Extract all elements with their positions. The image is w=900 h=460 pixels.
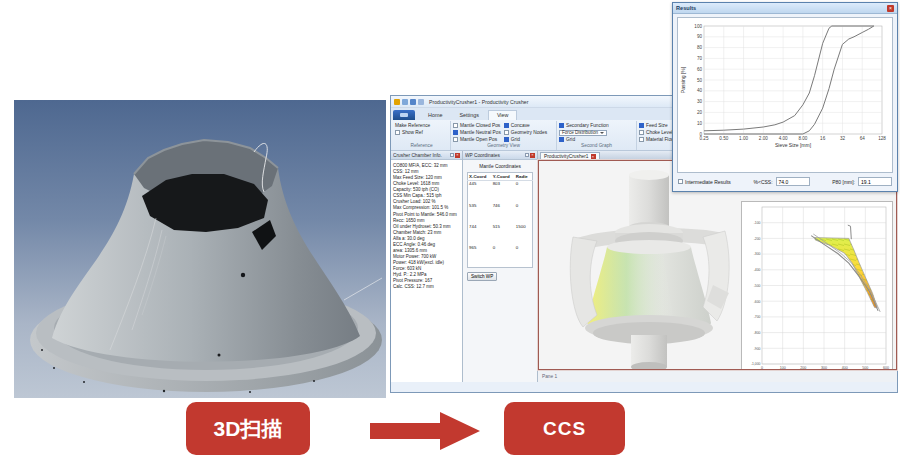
checkbox-icon <box>559 123 564 128</box>
quick-access-icon[interactable] <box>418 99 424 105</box>
mantle-coordinates-table: X-CoordY-CoordRadie 44580305357460744515… <box>467 172 533 268</box>
ribbon-item-concave[interactable]: Concave <box>504 122 547 129</box>
document-tab[interactable]: ProductivityCrusher1 × <box>540 152 600 160</box>
ribbon-item-label: Material Flow <box>646 137 675 142</box>
ribbon-item-geometry-nodes[interactable]: Geometry Nodes <box>504 129 547 136</box>
p80-label: P80 [mm]: <box>832 179 855 185</box>
checkbox-icon <box>504 130 509 135</box>
svg-text:4.00: 4.00 <box>779 136 788 141</box>
table-row[interactable]: 4458030 <box>468 181 533 204</box>
checkbox-icon <box>639 130 644 135</box>
chamber-chart: 0100200300400500600[mm]-100-200-300-400-… <box>742 202 892 370</box>
column-header: X-Coord <box>468 173 492 181</box>
panel-title: Crusher Chamber Info. <box>393 153 449 158</box>
status-bar: Pane 1 <box>538 370 897 382</box>
table-cell: 445 <box>468 181 492 204</box>
table-cell: 0 <box>515 245 533 268</box>
ribbon-item-show-ref[interactable]: Show Ref <box>395 129 430 136</box>
file-menu-button[interactable] <box>393 110 415 120</box>
ribbon-item-mantle-closed-pos[interactable]: Mantle Closed Pos <box>453 122 501 129</box>
svg-text:1.00: 1.00 <box>739 136 748 141</box>
ribbon-item-make-reference[interactable]: Make Reference <box>395 122 430 129</box>
pin-icon[interactable] <box>525 153 529 157</box>
flow-step-ccs[interactable]: CCS <box>504 402 625 455</box>
table-row[interactable]: 5357460 <box>468 203 533 224</box>
tab-settings[interactable]: Settings <box>451 111 486 120</box>
svg-text:100: 100 <box>780 366 786 370</box>
chamber-chart-panel: 0100200300400500600[mm]-100-200-300-400-… <box>741 201 893 370</box>
tab-home[interactable]: Home <box>420 111 450 120</box>
svg-text:500: 500 <box>862 366 868 370</box>
p80-value-field[interactable]: 19.1 <box>858 177 892 186</box>
svg-text:300: 300 <box>821 366 827 370</box>
table-cell: 746 <box>492 203 515 224</box>
svg-text:32: 32 <box>840 136 846 141</box>
close-icon[interactable]: × <box>591 154 596 159</box>
svg-text:-200: -200 <box>754 237 761 241</box>
ribbon-item-label: Mantle Closed Pos <box>460 123 500 128</box>
ribbon-items: Secondary FunctionForce DistributionGrid <box>559 122 634 143</box>
quick-access-icon[interactable] <box>410 99 416 105</box>
pin-icon[interactable] <box>450 153 454 157</box>
ribbon-item-grid[interactable]: Grid <box>559 136 609 143</box>
css-value-field[interactable]: 74.0 <box>776 177 810 186</box>
svg-text:600: 600 <box>883 366 889 370</box>
svg-text:200: 200 <box>800 366 806 370</box>
app-icon <box>394 99 400 105</box>
svg-text:-300: -300 <box>754 252 761 256</box>
svg-text:-800: -800 <box>754 331 761 335</box>
ribbon-item-secondary-function[interactable]: Secondary Function <box>559 122 609 129</box>
close-icon[interactable]: × <box>530 153 535 158</box>
checkbox-icon <box>453 123 458 128</box>
ribbon-item-grid[interactable]: Grid <box>504 136 547 143</box>
svg-text:128: 128 <box>878 136 886 141</box>
info-lines: CO800 MF/A, ECC: 32 mmCSS: 12 mmMax Feed… <box>391 160 462 382</box>
css-label: %<CSS: <box>754 179 773 185</box>
close-icon[interactable]: × <box>887 5 894 12</box>
table-row[interactable]: 96500 <box>468 245 533 268</box>
table-cell: 0 <box>515 181 533 204</box>
results-titlebar[interactable]: Results × <box>673 3 897 14</box>
ribbon-group-label: Geometry View <box>453 143 554 150</box>
crusher-3d-render <box>553 167 753 370</box>
dropdown-force-distribution[interactable]: Force Distribution <box>559 130 607 136</box>
ribbon-items: Mantle Closed PosMantle Neutral PosMantl… <box>453 122 554 143</box>
column-header: Y-Coord <box>492 173 515 181</box>
results-chart: 01020304050607080901000.250.501.002.004.… <box>678 18 892 168</box>
flow-step-3d-scan[interactable]: 3D扫描 <box>186 402 310 455</box>
ribbon-item-material-flow[interactable]: Material Flow <box>639 136 675 143</box>
tab-view[interactable]: View <box>488 110 518 120</box>
switch-wp-button[interactable]: Switch WP <box>467 272 497 281</box>
svg-text:0.50: 0.50 <box>719 136 728 141</box>
ribbon-item-feed-size[interactable]: Feed Size <box>639 122 675 129</box>
checkbox-icon <box>639 137 644 142</box>
ribbon-item-mantle-open-pos[interactable]: Mantle Open Pos <box>453 136 501 143</box>
svg-text:-900: -900 <box>754 347 761 351</box>
table-row[interactable]: 7445151500 <box>468 224 533 245</box>
intermediate-results-checkbox[interactable]: Intermediate Results <box>678 179 731 185</box>
crusher-chamber-info-panel: Crusher Chamber Info. × CO800 MF/A, ECC:… <box>391 151 463 382</box>
wp-panel-body: Mantle Coordinates X-CoordY-CoordRadie 4… <box>463 160 537 382</box>
svg-text:-100: -100 <box>754 221 761 225</box>
close-icon[interactable]: × <box>455 153 460 158</box>
ribbon-items: Make ReferenceShow Ref <box>395 122 448 143</box>
ribbon-item-force-distribution[interactable]: Force Distribution <box>559 129 609 136</box>
table-cell: 535 <box>468 203 492 224</box>
checkbox-icon <box>453 137 458 142</box>
panel-header: WP Coordinates × <box>463 151 537 160</box>
svg-text:0: 0 <box>761 366 763 370</box>
svg-text:Sieve Size [mm]: Sieve Size [mm] <box>775 142 812 148</box>
svg-text:80: 80 <box>697 45 703 50</box>
svg-text:-500: -500 <box>754 284 761 288</box>
ribbon-item-label: Show Ref <box>402 130 423 135</box>
dropdown-value: Force Distribution <box>562 130 598 135</box>
checkbox-icon <box>678 179 683 184</box>
quick-access-icon[interactable] <box>402 99 408 105</box>
mantle-coordinates-label: Mantle Coordinates <box>479 164 521 169</box>
ribbon-item-mantle-neutral-pos[interactable]: Mantle Neutral Pos <box>453 129 501 136</box>
svg-text:100: 100 <box>694 24 702 29</box>
ribbon-item-choke-level[interactable]: Choke Level <box>639 129 675 136</box>
ribbon-item-label: Grid <box>511 137 520 142</box>
file-icon <box>400 113 408 117</box>
mantle-scan-render <box>14 100 386 398</box>
